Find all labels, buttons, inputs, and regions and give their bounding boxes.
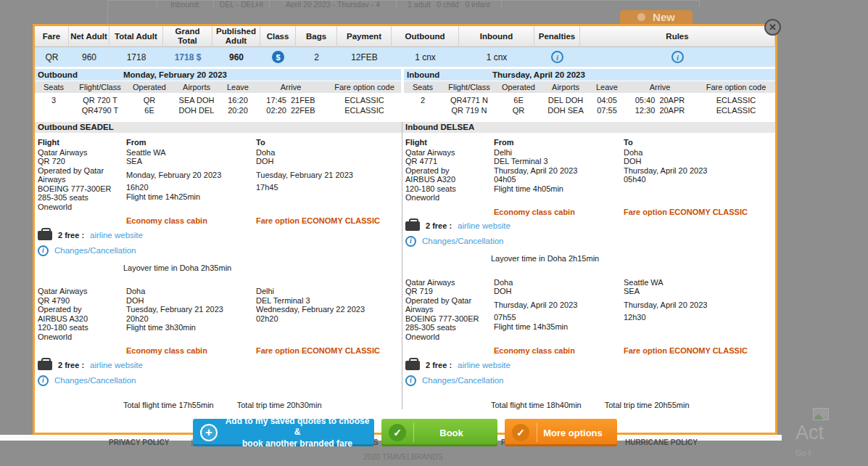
- outbound-flights-panel: Outbound Monday, February 20 2023 Seats …: [35, 69, 401, 115]
- seat-count: 285-305 seats: [405, 323, 491, 332]
- from-code: DOH: [126, 296, 253, 306]
- airline-name: Qatar Airways: [38, 287, 123, 296]
- add-to-saved-quotes-button[interactable]: + Add to my saved quotes to choose & boo…: [193, 419, 374, 446]
- rules-info-icon[interactable]: i: [671, 51, 684, 63]
- aircraft: BOEING 777-300ER: [405, 314, 491, 324]
- baggage-icon: [405, 361, 420, 370]
- new-button-label: New: [653, 11, 675, 23]
- book-button-label: Book: [414, 428, 497, 438]
- airline-name: Qatar Airways: [38, 148, 123, 158]
- inbound-title: Inbound: [404, 70, 492, 79]
- col-header-class: Class: [260, 26, 296, 47]
- flight-time: Flight time 3h30min: [126, 323, 253, 332]
- arrive-time: 17h45: [256, 183, 399, 192]
- aircraft: AIRBUS A320: [38, 314, 123, 324]
- total-adult-value: 1718: [109, 47, 163, 67]
- to-code: SEA: [624, 287, 772, 296]
- from-col-header: From: [494, 138, 621, 147]
- fare-option-label: Fare option ECONOMY CLASSIC: [256, 346, 399, 356]
- to-date: Tuesday, February 21 2023: [256, 171, 399, 180]
- cabin-class-label: Economy class cabin: [494, 346, 621, 356]
- total-trip-time: Total trip time 20h55min: [605, 401, 690, 410]
- flight-number: QR 4790: [38, 296, 123, 306]
- seat-count: 285-305 seats: [38, 193, 123, 203]
- cabin-class-label: Economy class cabin: [126, 346, 253, 356]
- cabin-class-label: Economy class cabin: [126, 216, 253, 226]
- outbound-date: Monday, February 20 2023: [123, 70, 227, 79]
- inbound-seats: 2: [404, 93, 442, 115]
- col-header-inbound: Inbound: [459, 26, 534, 47]
- to-col-header: To: [624, 138, 772, 147]
- copyright-text: 2020 TRAVELBRANDS: [109, 452, 698, 461]
- close-icon[interactable]: ✕: [764, 19, 781, 36]
- published-adult-value: 960: [212, 47, 260, 67]
- airline-website-link[interactable]: airline website: [458, 221, 511, 231]
- fare-summary-table: Fare Net Adult Total Adult Grand Total P…: [35, 26, 775, 67]
- outbound-flight-numbers: QR 720 T QR4790 T: [73, 93, 128, 115]
- layover-info: Layover time in Doha 2h35min: [123, 263, 399, 273]
- outbound-detail-panel: Outbound SEADEL Flight From To Qatar Air…: [35, 122, 402, 409]
- from-code: DOH: [494, 287, 621, 296]
- arrive-time: 02h20: [256, 314, 399, 324]
- depart-time: 20h20: [126, 314, 253, 324]
- flight-segment: Qatar Airways QR 4771 Operated by AIRBUS…: [405, 148, 772, 203]
- fare-option-label: Fare option ECONOMY CLASSIC: [256, 216, 399, 226]
- broken-image-icon: [813, 408, 829, 420]
- operated-by: Operated by: [38, 305, 123, 314]
- flight-segment: Qatar Airways QR 4790 Operated by AIRBUS…: [38, 287, 399, 341]
- baggage-icon: [38, 361, 52, 370]
- flight-number: QR 719: [405, 287, 491, 296]
- class-dollar-icon[interactable]: $: [272, 51, 284, 63]
- flight-col-header: Flight: [405, 138, 491, 147]
- fare-carrier: QR: [35, 47, 69, 67]
- grand-total-value[interactable]: 1718 $: [163, 47, 212, 67]
- book-button[interactable]: ✓ Book: [381, 419, 497, 446]
- from-code: SEA: [126, 157, 253, 166]
- from-date: Tuesday, February 21 2023: [126, 305, 253, 314]
- airline-website-link[interactable]: airline website: [90, 361, 143, 370]
- outbound-day-bar: Outbound Monday, February 20 2023: [35, 69, 401, 81]
- new-button[interactable]: New: [620, 10, 693, 24]
- inbound-flights-panel: Inbound Thursday, April 20 2023 Seats Fl…: [404, 69, 775, 115]
- from-date: Thursday, April 20 2023: [494, 166, 621, 176]
- bg-date-info: April 20 2023 - Thursday - 4: [270, 0, 397, 7]
- changes-cancellation-link[interactable]: Changes/Cancellation: [54, 376, 136, 385]
- more-options-button[interactable]: ✓ More options: [505, 419, 617, 446]
- penalties-info-icon[interactable]: i: [551, 51, 563, 63]
- fare-option-label: Fare option ECONOMY CLASSIC: [624, 208, 772, 217]
- outbound-seats: 3: [35, 93, 73, 115]
- depart-time: 04h05: [494, 175, 621, 184]
- outbound-cnx-value: 1 cnx: [392, 47, 459, 67]
- flight-segment: Qatar Airways QR 719 Operated by Qatar A…: [405, 278, 772, 342]
- col-header-total-adult: Total Adult: [109, 26, 163, 47]
- col-header-grand-total: Grand Total: [163, 26, 212, 47]
- to-code: DOH: [624, 157, 772, 166]
- operated-by: Operated by Qatar Airways: [405, 296, 491, 314]
- to-code: DOH: [256, 157, 399, 166]
- airline-name: Qatar Airways: [405, 278, 491, 287]
- inbound-date: Thursday, April 20 2023: [492, 70, 585, 79]
- changes-cancellation-link[interactable]: Changes/Cancellation: [54, 246, 136, 256]
- inbound-day-bar: Inbound Thursday, April 20 2023: [404, 69, 775, 81]
- airline-website-link[interactable]: airline website: [458, 361, 511, 370]
- col-header-bags: Bags: [296, 26, 337, 47]
- changes-cancellation-link[interactable]: Changes/Cancellation: [422, 237, 504, 246]
- alliance: Oneworld: [405, 193, 491, 203]
- baggage-icon: [38, 231, 52, 240]
- bags-value: 2: [296, 47, 337, 67]
- info-icon: i: [38, 375, 49, 386]
- from-city: Delhi: [494, 148, 621, 158]
- changes-cancellation-link[interactable]: Changes/Cancellation: [422, 376, 504, 385]
- bg-passengers: 1 adult 0 child 0 infant: [397, 0, 502, 7]
- to-city: Doha: [256, 148, 399, 158]
- total-flight-time: Total flight time 18h40min: [491, 401, 582, 410]
- inbound-flight-table: Seats Flight/Class Operated Airports Lea…: [404, 81, 775, 115]
- aircraft: BOEING 777-300ER: [38, 184, 123, 194]
- airline-website-link[interactable]: airline website: [90, 231, 143, 240]
- col-header-fare: Fare: [35, 26, 69, 47]
- flight-time: Flight time 14h25min: [126, 192, 253, 202]
- depart-time: 07h55: [494, 313, 621, 322]
- col-header-net-adult: Net Adult: [69, 26, 109, 47]
- flight-number: QR 4771: [405, 157, 491, 166]
- airline-name: Qatar Airways: [405, 148, 491, 158]
